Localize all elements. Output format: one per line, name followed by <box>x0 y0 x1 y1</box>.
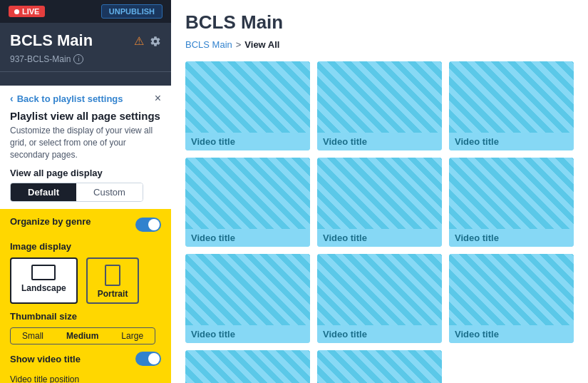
gear-icon[interactable] <box>150 36 161 47</box>
video-title: Video title <box>317 133 442 150</box>
list-item[interactable]: Video title <box>317 158 442 247</box>
unpublish-button[interactable]: UNPUBLISH <box>101 4 163 19</box>
sidebar: LIVE UNPUBLISH BCLS Main ⚠ 937-BCLS-Main… <box>0 0 171 383</box>
portrait-icon <box>105 265 120 286</box>
list-item[interactable]: Video title <box>317 61 442 150</box>
video-grid: Video title Video title Video title Vide… <box>185 61 574 383</box>
video-title: Video title <box>317 325 442 343</box>
size-large-button[interactable]: Large <box>110 328 155 344</box>
video-thumbnail <box>185 158 310 229</box>
video-thumbnail <box>317 61 442 133</box>
panel-header: ‹ Back to playlist settings × <box>0 86 171 110</box>
image-display-section: Image display Landscape Portrait <box>10 241 161 304</box>
video-thumbnail <box>449 254 574 325</box>
show-video-title-row: Show video title <box>10 352 161 366</box>
video-title-position-label: Video title position <box>10 374 161 383</box>
live-badge: LIVE <box>9 6 45 17</box>
image-opt-portrait[interactable]: Portrait <box>86 257 140 304</box>
thumbnail-size-section: Thumbnail size Small Medium Large <box>10 311 161 344</box>
panel-description: Customize the display of your view all g… <box>10 125 161 160</box>
show-video-title-section: Show video title Video title position In… <box>10 352 161 383</box>
video-title: Video title <box>185 229 310 247</box>
live-dot <box>14 9 19 14</box>
settings-panel: ‹ Back to playlist settings × Playlist v… <box>0 86 171 383</box>
portrait-label: Portrait <box>98 289 128 299</box>
video-thumbnail <box>185 254 310 325</box>
list-item[interactable]: Video title <box>185 350 310 383</box>
list-item[interactable]: Video title <box>317 254 442 343</box>
back-to-playlist-button[interactable]: ‹ Back to playlist settings <box>10 93 123 104</box>
view-all-tab-group: Default Custom <box>10 183 143 202</box>
list-item[interactable]: Video title <box>185 61 310 150</box>
size-medium-button[interactable]: Medium <box>55 328 110 344</box>
organize-by-genre-toggle[interactable] <box>135 218 161 232</box>
show-video-title-label: Show video title <box>10 354 81 364</box>
sidebar-divider <box>0 71 171 72</box>
breadcrumb: BCLS Main > View All <box>185 39 574 50</box>
yellow-settings-section: Organize by genre Image display Landscap… <box>0 209 171 383</box>
view-all-page-display-label: View all page display <box>10 168 161 178</box>
list-item[interactable]: Video title <box>317 350 442 383</box>
organize-by-genre-row: Organize by genre <box>10 216 161 233</box>
landscape-icon <box>31 265 56 280</box>
video-thumbnail <box>449 158 574 229</box>
video-title: Video title <box>449 229 574 247</box>
video-thumbnail <box>317 254 442 325</box>
back-arrow-icon: ‹ <box>10 93 14 104</box>
tab-default[interactable]: Default <box>11 183 76 201</box>
organize-by-genre-label: Organize by genre <box>10 216 91 227</box>
sidebar-header: BCLS Main ⚠ <box>0 23 171 53</box>
video-title: Video title <box>449 133 574 150</box>
size-small-button[interactable]: Small <box>11 328 55 344</box>
tab-custom[interactable]: Custom <box>76 183 143 201</box>
image-display-options: Landscape Portrait <box>10 257 161 304</box>
show-video-title-toggle[interactable] <box>135 352 161 366</box>
video-title: Video title <box>185 325 310 343</box>
list-item[interactable]: Video title <box>449 254 574 343</box>
landscape-label: Landscape <box>21 283 66 293</box>
sidebar-top-bar: LIVE UNPUBLISH <box>0 0 171 23</box>
video-thumbnail <box>185 350 310 383</box>
sidebar-subtitle: 937-BCLS-Main i <box>0 53 171 71</box>
list-item[interactable]: Video title <box>185 254 310 343</box>
panel-body: Playlist view all page settings Customiz… <box>0 110 171 209</box>
main-content: BCLS Main BCLS Main > View All Video tit… <box>171 0 588 383</box>
thumbnail-size-group: Small Medium Large <box>10 327 155 344</box>
video-thumbnail <box>317 158 442 229</box>
thumbnail-size-label: Thumbnail size <box>10 311 161 322</box>
sidebar-title: BCLS Main <box>10 31 93 50</box>
breadcrumb-link[interactable]: BCLS Main <box>185 39 232 50</box>
image-display-label: Image display <box>10 241 161 252</box>
page-title: BCLS Main <box>185 11 574 34</box>
video-title: Video title <box>185 133 310 150</box>
video-thumbnail <box>185 61 310 133</box>
video-title: Video title <box>449 325 574 343</box>
list-item[interactable]: Video title <box>449 158 574 247</box>
video-thumbnail <box>317 350 442 383</box>
video-thumbnail <box>449 61 574 133</box>
breadcrumb-current: View All <box>244 39 279 50</box>
list-item[interactable]: Video title <box>449 61 574 150</box>
info-icon[interactable]: i <box>73 54 83 64</box>
image-opt-landscape[interactable]: Landscape <box>10 257 78 304</box>
alert-icon: ⚠ <box>134 34 144 48</box>
list-item[interactable]: Video title <box>185 158 310 247</box>
panel-close-button[interactable]: × <box>155 93 161 104</box>
video-title: Video title <box>317 229 442 247</box>
breadcrumb-separator: > <box>236 39 242 50</box>
panel-title: Playlist view all page settings <box>10 110 161 122</box>
sidebar-header-icons: ⚠ <box>134 34 161 48</box>
